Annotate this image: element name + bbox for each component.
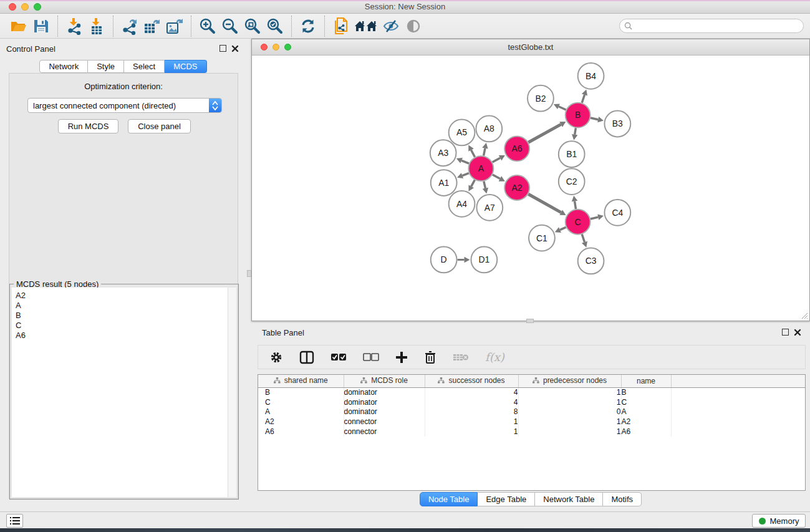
cell-successor_nodes[interactable]: 4 <box>425 387 518 397</box>
result-item[interactable]: B <box>12 311 236 321</box>
export-image-button[interactable] <box>163 16 186 37</box>
cell-mcds_role[interactable]: dominator <box>344 387 425 397</box>
close-panel-icon[interactable] <box>231 45 239 52</box>
home-view-button[interactable] <box>352 16 380 37</box>
cell-name[interactable]: C <box>621 397 671 407</box>
import-table-button[interactable] <box>85 16 108 37</box>
cell-successor_nodes[interactable]: 4 <box>425 397 518 407</box>
graph-node-A2[interactable]: A2 <box>504 175 529 200</box>
float-panel-icon[interactable] <box>782 329 789 336</box>
graph-edge-B-B3[interactable] <box>591 117 604 122</box>
cell-mcds_role[interactable]: dominator <box>344 397 425 407</box>
export-table-button[interactable] <box>141 16 163 37</box>
cell-shared_name[interactable]: A6 <box>258 427 344 437</box>
graph-node-A[interactable]: A <box>468 156 493 181</box>
search-input[interactable] <box>635 21 803 32</box>
cell-mcds_role[interactable]: connector <box>344 417 425 427</box>
graph-node-C4[interactable]: C4 <box>604 200 630 226</box>
cell-mcds_role[interactable]: connector <box>344 427 425 437</box>
network-window-titlebar[interactable]: testGlobe.txt <box>252 39 809 56</box>
cell-predecessor_nodes[interactable]: 1 <box>518 427 621 437</box>
cell-name[interactable]: A <box>621 407 671 417</box>
graph-edge-C-C4[interactable] <box>591 214 604 220</box>
table-row[interactable]: Adominator80A <box>258 407 805 417</box>
open-session-button[interactable] <box>7 16 30 37</box>
tab-edge-table[interactable]: Edge Table <box>478 492 535 506</box>
graph-edge-B-B4[interactable] <box>582 90 587 103</box>
table-row[interactable]: Cdominator41C <box>258 397 805 407</box>
graph-node-A7[interactable]: A7 <box>476 195 503 221</box>
cell-predecessor_nodes[interactable]: 1 <box>518 397 621 407</box>
cell-successor_nodes[interactable]: 1 <box>425 427 518 437</box>
show-panels-button[interactable] <box>402 16 425 37</box>
result-item[interactable]: A2 <box>12 291 236 301</box>
tab-network[interactable]: Network <box>39 60 88 73</box>
function-builder-button[interactable]: f(x) <box>485 351 504 364</box>
tab-mcds[interactable]: MCDS <box>165 60 206 73</box>
horizontal-splitter-handle[interactable] <box>526 319 534 323</box>
graph-edge-B-B1[interactable] <box>572 128 577 140</box>
cell-mcds_role[interactable]: dominator <box>344 407 425 417</box>
graph-node-A6[interactable]: A6 <box>504 136 529 161</box>
graph-edge-C-C3[interactable] <box>582 235 587 248</box>
cell-shared_name[interactable]: C <box>258 397 344 407</box>
graph-edge-A-A1[interactable] <box>457 173 469 178</box>
network-canvas[interactable]: B4B2BB3A5A8A6B1A3AA1A2C2A4A7C4CC1DD1C3 <box>253 56 809 321</box>
create-column-button[interactable] <box>395 351 408 364</box>
select-all-columns-button[interactable] <box>330 353 347 362</box>
cell-shared_name[interactable]: A2 <box>258 417 344 427</box>
col-predecessor-nodes[interactable]: predecessor nodes <box>518 375 621 387</box>
cell-name[interactable]: A2 <box>621 417 671 427</box>
graph-edge-A6-B[interactable] <box>528 122 566 142</box>
memory-button[interactable]: Memory <box>752 514 806 528</box>
tab-select[interactable]: Select <box>124 60 165 73</box>
graph-node-A8[interactable]: A8 <box>476 116 502 142</box>
zoom-in-button[interactable] <box>196 16 219 37</box>
close-panel-button[interactable]: Close panel <box>128 119 191 133</box>
refresh-button[interactable] <box>297 16 319 37</box>
cell-predecessor_nodes[interactable]: 0 <box>518 407 621 417</box>
delete-table-button[interactable] <box>453 352 469 362</box>
result-list-scrollbar[interactable] <box>228 288 236 497</box>
cell-predecessor_nodes[interactable]: 1 <box>518 417 621 427</box>
result-item[interactable]: A6 <box>12 331 236 341</box>
resize-grip-icon[interactable] <box>801 312 808 319</box>
col-successor-nodes[interactable]: successor nodes <box>425 375 518 387</box>
graph-node-B3[interactable]: B3 <box>604 111 630 137</box>
cell-successor_nodes[interactable]: 8 <box>425 407 518 417</box>
graph-edge-A-A8[interactable] <box>482 143 488 156</box>
graph-edge-A-A2[interactable] <box>493 175 505 181</box>
graph-edge-B-B2[interactable] <box>554 104 566 110</box>
result-item[interactable]: C <box>12 321 236 331</box>
tab-style[interactable]: Style <box>88 60 124 73</box>
run-mcds-button[interactable]: Run MCDS <box>58 119 118 133</box>
delete-column-button[interactable] <box>424 351 436 364</box>
graph-node-C1[interactable]: C1 <box>529 225 555 251</box>
optimization-criterion-select[interactable]: largest connected component (directed) <box>27 98 222 113</box>
cell-name[interactable]: A6 <box>621 427 671 437</box>
cell-shared_name[interactable]: B <box>258 387 344 397</box>
graph-node-A1[interactable]: A1 <box>431 170 457 196</box>
tab-node-table[interactable]: Node Table <box>420 492 478 506</box>
graph-node-A3[interactable]: A3 <box>430 140 456 166</box>
graph-node-A4[interactable]: A4 <box>449 191 475 217</box>
graph-edge-C-C1[interactable] <box>555 227 566 233</box>
vertical-splitter-handle[interactable] <box>247 270 251 277</box>
zoom-out-button[interactable] <box>219 16 241 37</box>
unselect-all-columns-button[interactable] <box>363 353 379 362</box>
save-session-button[interactable] <box>30 16 52 37</box>
graph-node-D[interactable]: D <box>431 247 457 273</box>
graph-edge-A-A7[interactable] <box>483 181 488 194</box>
graph-node-C2[interactable]: C2 <box>559 168 585 195</box>
table-settings-button[interactable] <box>269 351 283 364</box>
tab-motifs[interactable]: Motifs <box>603 492 642 506</box>
graph-node-C[interactable]: C <box>566 210 591 235</box>
graph-node-B1[interactable]: B1 <box>559 141 585 167</box>
table-row[interactable]: Bdominator41B <box>258 387 805 397</box>
new-network-from-selection-button[interactable] <box>330 16 352 37</box>
graph-node-B[interactable]: B <box>566 103 591 128</box>
graph-node-B4[interactable]: B4 <box>578 63 604 89</box>
col-name[interactable]: name <box>621 375 671 387</box>
show-column-panel-button[interactable] <box>299 351 314 364</box>
task-history-button[interactable] <box>6 514 23 528</box>
